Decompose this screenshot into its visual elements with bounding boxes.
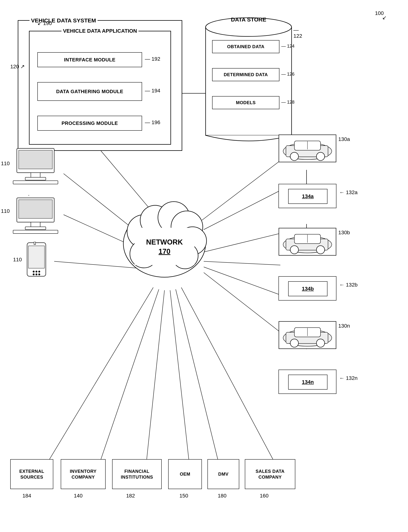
- interface-module-ref: — 192: [145, 56, 160, 62]
- network-cloud: NETWORK 170: [118, 190, 211, 299]
- svg-rect-30: [19, 200, 52, 218]
- sales-data-company-box: SALES DATA COMPANY: [245, 459, 295, 489]
- vehicle-130n-ref: 130n: [338, 323, 350, 329]
- vehicle-box-132b: 134b: [279, 276, 336, 301]
- data-box-134n: 134n: [288, 375, 327, 390]
- svg-rect-32: [25, 227, 46, 229]
- svg-point-58: [290, 152, 298, 161]
- data-ref-134a: 134a: [302, 193, 314, 199]
- oem-box: OEM: [168, 459, 202, 489]
- svg-point-72: [290, 339, 298, 347]
- sales-data-company-ref: 160: [260, 493, 269, 499]
- svg-line-16: [181, 287, 273, 459]
- data-gathering-ref: — 194: [145, 88, 160, 94]
- vehicle-box-132n: 134n: [279, 370, 336, 394]
- svg-line-15: [176, 289, 218, 459]
- svg-line-7: [204, 233, 280, 252]
- external-sources-box: EXTERNAL SOURCES: [10, 459, 53, 489]
- svg-rect-51: [135, 228, 194, 265]
- models-box: MODELS: [212, 96, 280, 109]
- data-box-134b: 134b: [288, 281, 327, 296]
- svg-point-73: [316, 339, 325, 347]
- svg-text:NETWORK: NETWORK: [146, 238, 183, 246]
- network-cloud-svg: NETWORK 170: [118, 190, 211, 299]
- vehicle-130n: 130n: [279, 321, 336, 350]
- vehicle-130b-ref: 130b: [338, 229, 350, 236]
- dmv-box: DMV: [207, 459, 239, 489]
- svg-point-66: [316, 246, 325, 254]
- svg-line-10: [204, 272, 280, 332]
- svg-point-42: [38, 273, 40, 275]
- svg-text:DATA STORE: DATA STORE: [231, 16, 266, 23]
- data-store-ref: — 122: [293, 27, 302, 39]
- svg-point-59: [316, 152, 325, 161]
- client-computer-1: 110: [11, 147, 60, 186]
- interface-module-box: INTERFACE MODULE: [37, 52, 142, 67]
- obtained-data-box: OBTAINED DATA: [212, 40, 280, 53]
- box-132n-ref: ← 132n: [339, 375, 357, 381]
- external-sources-ref: 184: [22, 493, 31, 499]
- svg-rect-27: [25, 177, 46, 180]
- svg-line-9: [204, 267, 280, 295]
- inventory-company-ref: 140: [74, 493, 83, 499]
- vehicle-box-132a: 134a: [279, 184, 336, 208]
- client-ref-1: 110: [1, 161, 10, 166]
- svg-point-37: [33, 271, 34, 272]
- svg-text:170: 170: [159, 247, 170, 255]
- determined-data-box: DETERMINED DATA: [212, 68, 280, 81]
- financial-institutions-ref: 182: [126, 493, 135, 499]
- svg-line-11: [50, 287, 153, 459]
- svg-rect-36: [34, 242, 35, 245]
- car-svg-130b: [279, 228, 336, 256]
- processing-module-box: PROCESSING MODULE: [37, 116, 142, 131]
- box-132b-ref: ← 132b: [339, 282, 357, 288]
- svg-line-12: [101, 289, 159, 459]
- car-svg-130n: [279, 321, 336, 349]
- vda-ref: 120 ↗: [10, 64, 25, 70]
- financial-institutions-box: FINANCIAL INSTITUTIONS: [112, 459, 162, 489]
- vehicle-130a: 130a: [279, 134, 336, 163]
- data-store-container: DATA STORE — 122 OBTAINED DATA — 124 DET…: [202, 16, 295, 144]
- mobile-svg: [24, 242, 49, 281]
- svg-rect-31: [31, 222, 40, 227]
- determined-data-ref: — 126: [281, 72, 295, 77]
- svg-line-8: [204, 261, 280, 265]
- processing-module-ref: — 196: [145, 119, 160, 125]
- client-computer-2: 110: [11, 197, 60, 235]
- client-mobile: 110: [24, 242, 49, 282]
- svg-line-6: [204, 190, 280, 229]
- dmv-ref: 180: [218, 493, 227, 499]
- vehicle-130b: 130b: [279, 228, 336, 256]
- obtained-data-ref: — 124: [281, 43, 295, 49]
- svg-point-41: [35, 273, 37, 275]
- vehicle-130a-ref: 130a: [338, 136, 350, 142]
- data-ref-134b: 134b: [302, 286, 314, 292]
- client-ref-3: 110: [13, 257, 22, 263]
- svg-rect-25: [19, 150, 52, 169]
- svg-point-65: [290, 246, 298, 254]
- svg-rect-28: [13, 181, 58, 184]
- computer-1-svg: [11, 147, 60, 185]
- svg-line-5: [202, 161, 280, 220]
- data-gathering-module-box: DATA GATHERING MODULE: [37, 82, 142, 101]
- data-ref-134n: 134n: [302, 379, 314, 385]
- svg-point-38: [35, 271, 37, 272]
- svg-rect-35: [28, 246, 44, 268]
- data-box-134a: 134a: [288, 189, 327, 204]
- svg-rect-26: [31, 173, 40, 177]
- svg-line-13: [147, 290, 164, 459]
- client-ref-2: 110: [1, 208, 10, 214]
- car-svg-130a: [279, 134, 336, 162]
- vds-ref: ↙ 190: [37, 20, 52, 26]
- box-132a-ref: ← 132a: [339, 189, 357, 196]
- oem-ref: 150: [179, 493, 188, 499]
- svg-rect-33: [13, 230, 58, 234]
- svg-point-39: [38, 271, 40, 272]
- models-ref: — 128: [281, 99, 295, 105]
- svg-line-14: [170, 290, 189, 459]
- vda-title: VEHICLE DATA APPLICATION: [61, 28, 138, 34]
- computer-2-svg: [11, 197, 60, 234]
- figure-arrow: ↙: [382, 15, 386, 21]
- diagram-container: 100 ↙ VEHICLE DATA SYSTEM ↙ 190 120 ↗ VE…: [0, 0, 408, 532]
- inventory-company-box: INVENTORY COMPANY: [61, 459, 106, 489]
